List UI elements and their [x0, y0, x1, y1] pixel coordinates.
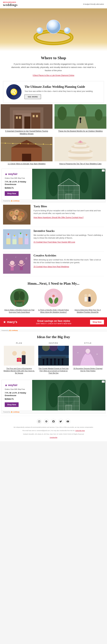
lab-diamond-link[interactable]: 9 Best Places to Buy a Lab-Grown Diamond… — [9, 74, 98, 76]
svg-rect-169 — [38, 420, 40, 422]
svg-rect-14 — [33, 115, 35, 117]
wayfair-shop-btn-2[interactable]: Shop Now — [5, 402, 19, 407]
svg-rect-12 — [16, 116, 18, 119]
venues-caption[interactable]: 5 Important Questions to Ask Yourself Be… — [0, 129, 53, 136]
svg-text:♫: ♫ — [25, 256, 27, 260]
big-day-plan-image — [3, 346, 35, 366]
tasty-bites-link[interactable]: How Many Appetizers Should We Offer Duri… — [33, 216, 104, 219]
svg-point-31 — [28, 143, 29, 144]
svg-rect-129 — [22, 355, 25, 364]
svg-point-4 — [64, 28, 70, 34]
svg-point-73 — [16, 211, 17, 212]
grid-item-cake[interactable]: How to Preserve the Top Tier of Your Wed… — [54, 137, 107, 166]
footer-legal-1: We independently evaluate all recommende… — [8, 426, 99, 428]
svg-point-72 — [22, 214, 22, 214]
big-day-style-image: ✦ ✦ ✦ — [72, 346, 104, 366]
pinterest-icon[interactable] — [44, 419, 49, 424]
svg-rect-83 — [18, 238, 23, 244]
zodiac-see-more-button[interactable]: SEE MORE — [24, 94, 41, 99]
svg-rect-81 — [6, 238, 10, 244]
grid-item-barn[interactable]: 11 Clever Ways to Elevate Your Barn Wedd… — [0, 137, 53, 166]
svg-point-49 — [48, 172, 59, 196]
subscribe-link[interactable]: Subscribe Here — [75, 430, 85, 431]
footer-legal-2: This email was sent to: someone@gmail.co… — [8, 430, 99, 432]
cake-caption[interactable]: How to Preserve the Top Tier of Your Wed… — [54, 161, 107, 166]
facebook-icon[interactable] — [51, 419, 56, 424]
svg-rect-10 — [31, 113, 40, 129]
inventive-snacks-image — [3, 229, 30, 249]
big-day-style-caption[interactable]: 35 Reception Dresses Brides Changed Into… — [72, 368, 104, 372]
creative-activities-content: Creative Activities When dressing up you… — [33, 254, 104, 268]
svg-point-3 — [37, 28, 43, 34]
svg-point-45 — [81, 142, 83, 143]
svg-point-70 — [17, 216, 22, 220]
svg-point-170 — [39, 421, 40, 422]
svg-text:✦: ✦ — [84, 360, 85, 361]
wayfair-product-2: 7 Ft. W x 8 Ft. D Hobby Greenhouse — [5, 392, 29, 397]
grid-item-venues[interactable]: 5 Important Questions to Ask Yourself Be… — [0, 104, 53, 136]
inventive-snacks-body: We rounded up the coolest cocktail hour … — [33, 234, 104, 239]
svg-point-115 — [52, 292, 55, 294]
hmm-item-3[interactable]: How to Determine What Your Top 3 Wedding… — [71, 289, 104, 314]
hmm-item-2[interactable]: Is There a Specific Order I Should Follo… — [37, 289, 70, 314]
creative-activities-link[interactable]: 25 Cocktail Hour Ideas from Real Wedding… — [33, 266, 104, 268]
svg-point-85 — [8, 234, 9, 235]
macys-subline: DON'T MISS IT—CHECK OUT WHAT'S NEW NOW — [36, 323, 71, 324]
macys-powered: Powered by 🔥 LiveRamp — [0, 329, 107, 332]
unsubscribe-link[interactable]: Unsubscribe — [50, 437, 57, 438]
svg-point-87 — [20, 233, 21, 234]
hmm-item-1[interactable]: How to Make a Wedding Guest List That Ev… — [3, 289, 36, 314]
macys-shop-btn[interactable]: Shop Now — [90, 320, 104, 324]
ring-svg — [28, 10, 79, 50]
wayfair-shop-btn-1[interactable]: Shop Now — [5, 191, 19, 196]
svg-point-21 — [80, 118, 81, 120]
creative-activities-body: When dressing up your cocktail hour, it'… — [33, 258, 104, 264]
svg-point-30 — [20, 143, 21, 144]
where-to-shop-section: Where to Shop If you're searching for an… — [0, 51, 107, 80]
wayfair-ad-2-left: ★ wayfair Orders Over $35 Ship Free 7 Ft… — [2, 380, 32, 410]
tasty-bites-content: Tasty Bites If you're kicking off your r… — [33, 205, 104, 219]
svg-point-143 — [46, 358, 48, 360]
svg-point-34 — [51, 144, 52, 145]
wayfair-ad-2-image: Ad — [32, 380, 105, 410]
svg-rect-22 — [80, 120, 81, 123]
wayfair-powered-1: Powered by 🔥 LiveRamp — [2, 199, 105, 202]
svg-point-2 — [47, 20, 60, 34]
svg-point-104 — [19, 292, 25, 300]
svg-point-90 — [10, 261, 14, 265]
inventive-snacks-link[interactable]: 21 Cocktail Hour Food Ideas Your Guests … — [33, 241, 104, 244]
venues-image — [0, 104, 53, 129]
svg-text:♪: ♪ — [6, 258, 7, 260]
hmm-image-3 — [71, 289, 104, 307]
wayfair-name-1: wayfair — [8, 172, 17, 176]
youtube-icon[interactable] — [65, 419, 70, 424]
svg-point-43 — [79, 140, 82, 143]
svg-rect-105 — [14, 300, 25, 301]
header: MEDIABRANDS weddings A budget-friendly a… — [0, 0, 107, 8]
hmm-section: Hmm...Next, I Need to Plan My... How to … — [0, 278, 107, 315]
outdoor-caption[interactable]: These Are the Busiest Months for an Outd… — [54, 129, 107, 134]
cake-image — [54, 137, 107, 161]
header-logo: MEDIABRANDS weddings — [3, 2, 18, 7]
barn-caption[interactable]: 11 Clever Ways to Elevate Your Barn Wedd… — [0, 161, 53, 166]
wayfair-ship-2: Orders Over $35 Ship Free — [5, 388, 29, 390]
svg-rect-139 — [41, 356, 66, 358]
twitter-icon[interactable] — [58, 419, 63, 424]
grid-item-outdoor[interactable]: These Are the Busiest Months for an Outd… — [54, 104, 107, 136]
svg-point-33 — [43, 144, 44, 144]
svg-point-92 — [19, 260, 23, 264]
big-day-inspire-header: INSPIRE — [37, 342, 70, 344]
svg-point-50 — [79, 172, 89, 193]
big-day-columns: PLAN The Pros and Cons of Exchanging Wed… — [3, 342, 104, 374]
big-day-plan-caption[interactable]: The Pros and Cons of Exchanging Wedding … — [3, 368, 35, 374]
svg-point-71 — [11, 213, 12, 214]
svg-point-153 — [86, 349, 90, 353]
svg-text:♪: ♪ — [15, 256, 16, 258]
instagram-icon[interactable] — [37, 419, 42, 424]
zodiac-symbol: ♌ — [10, 88, 18, 96]
wayfair-ship-1: Orders Over $35 Ship Free — [5, 177, 29, 179]
svg-rect-107 — [23, 301, 23, 305]
hmm-caption-3: How to Determine What Your Top 3 Wedding… — [71, 309, 104, 314]
svg-rect-150 — [62, 360, 63, 365]
big-day-inspire-caption[interactable]: This Couple Wanted Guests to Feel Like T… — [37, 368, 70, 374]
